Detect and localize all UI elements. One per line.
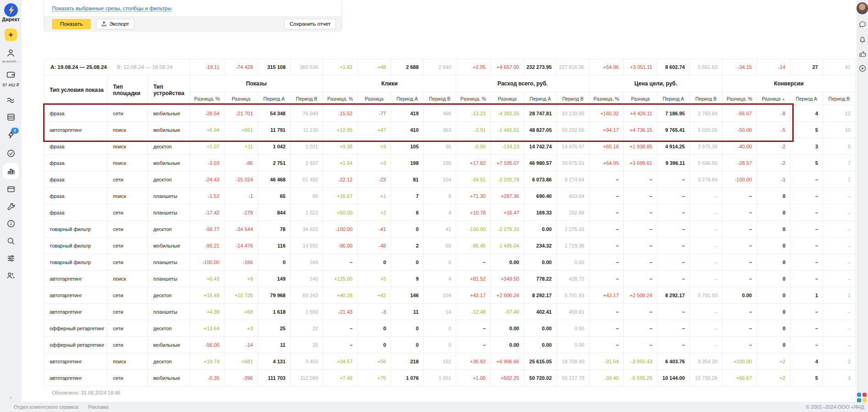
column-header[interactable]: Тип условия показа bbox=[44, 75, 107, 105]
metric-sub-header[interactable]: Период В bbox=[690, 92, 722, 105]
add-campaign-button[interactable]: + bbox=[5, 28, 17, 41]
sidebar-item-moderation[interactable] bbox=[0, 149, 22, 158]
client-service-link[interactable]: Отдел клиентского сервиса bbox=[14, 404, 78, 410]
metric-cell: 4 bbox=[790, 105, 823, 122]
table-row[interactable]: автотаргетингсетидесктоп+15.49+10 72579 … bbox=[44, 287, 856, 304]
sidebar-item-recommendations[interactable]: 3 bbox=[0, 130, 22, 139]
metric-cell: -48 bbox=[358, 237, 391, 254]
sidebar-item-info[interactable] bbox=[0, 219, 22, 228]
sidebar-item-settings[interactable] bbox=[0, 254, 22, 263]
metric-sub-header[interactable]: Период В bbox=[424, 92, 456, 105]
table-row[interactable]: фразасетипланшеты-17.42-1788441 022+50.0… bbox=[44, 204, 856, 221]
metric-cell: +6.43 bbox=[190, 271, 224, 287]
metric-sub-header[interactable]: Период А bbox=[524, 92, 557, 105]
table-row[interactable]: автотаргетингсетимобильные-0.35-396111 7… bbox=[44, 370, 856, 386]
sliders-icon bbox=[6, 254, 16, 263]
metric-sub-header[interactable]: Период А bbox=[790, 92, 823, 105]
metric-sub-header[interactable]: Разница▲ bbox=[757, 92, 790, 105]
metric-cell: 81 bbox=[391, 171, 424, 188]
yandex-services-grid-icon[interactable] bbox=[857, 393, 867, 403]
sidebar-item-campaigns[interactable] bbox=[0, 113, 22, 122]
table-row[interactable]: фразапоискдесктоп+1.07+111 0421 031+9.38… bbox=[44, 138, 856, 155]
export-button[interactable]: Экспорт bbox=[96, 19, 134, 29]
user-avatar[interactable] bbox=[857, 2, 868, 14]
metric-cell: 105 bbox=[391, 138, 424, 155]
summary-cell: -34.15 bbox=[722, 59, 757, 75]
show-button[interactable]: Показать bbox=[52, 19, 91, 29]
sidebar-item-overview[interactable] bbox=[0, 96, 22, 105]
notifications-button[interactable] bbox=[857, 35, 868, 43]
metric-sub-header[interactable]: Период В bbox=[557, 92, 589, 105]
metric-sub-header[interactable]: Разница, % bbox=[722, 92, 757, 105]
table-row[interactable]: фразапоискпланшеты-1.52-16566+16.67+176+… bbox=[44, 188, 856, 204]
metric-cell: 690.40 bbox=[524, 188, 557, 204]
metric-cell: -134.23 bbox=[491, 138, 524, 155]
save-report-button[interactable]: Сохранить отчет bbox=[284, 19, 336, 29]
metric-cell: +1 bbox=[358, 188, 391, 204]
sidebar-item-users[interactable] bbox=[0, 271, 22, 280]
metric-cell: – bbox=[589, 254, 624, 271]
metric-sub-header[interactable]: Разница bbox=[358, 92, 391, 105]
metric-cell: 0.00 bbox=[524, 320, 557, 337]
metric-sub-header[interactable]: Разница, % bbox=[456, 92, 491, 105]
table-row[interactable]: товарный фильтрсетимобильные-99.21-14 47… bbox=[44, 237, 856, 254]
metric-cell: -1 495.04 bbox=[491, 237, 524, 254]
metric-sub-header[interactable]: Период А bbox=[391, 92, 424, 105]
metric-cell: -28.57 bbox=[722, 155, 757, 171]
table-row[interactable]: автотаргетингсетипланшеты+4.39+681 6181 … bbox=[44, 304, 856, 320]
sidebar-item-statistics[interactable] bbox=[0, 167, 22, 176]
metric-cell: 0 bbox=[757, 221, 790, 237]
table-row[interactable]: фразасетидесктоп-24.43-15 02446 46861 49… bbox=[44, 171, 856, 188]
metric-sub-header[interactable]: Разница bbox=[491, 92, 524, 105]
metric-cell: 5 bbox=[790, 122, 823, 138]
metric-cell: -2 bbox=[757, 155, 790, 171]
metric-cell: +10 725 bbox=[224, 287, 258, 304]
metric-sub-header[interactable]: Период В bbox=[823, 92, 856, 105]
recommendations-badge: 3 bbox=[11, 128, 19, 134]
metric-cell: 6 403.76 bbox=[657, 353, 690, 370]
ads-link[interactable]: Реклама bbox=[88, 404, 108, 410]
column-header[interactable]: Тип устройства bbox=[148, 75, 190, 105]
table-row[interactable]: офферный ретаргетингсетимобильные-56.00-… bbox=[44, 337, 856, 353]
table-row[interactable]: автотаргетингпоискпланшеты+6.43+9149140+… bbox=[44, 271, 856, 287]
metric-sub-header[interactable]: Период А bbox=[657, 92, 690, 105]
metric-cell: – bbox=[657, 237, 690, 254]
video-help-button[interactable] bbox=[857, 64, 868, 73]
metric-sub-header[interactable]: Период В bbox=[291, 92, 323, 105]
metric-cell: – bbox=[456, 320, 491, 337]
sidebar-item-account[interactable] bbox=[0, 48, 22, 58]
metric-cell: 0.00 bbox=[557, 320, 589, 337]
dimension-cell: сети bbox=[107, 287, 148, 304]
metric-sub-header[interactable]: Разница bbox=[224, 92, 258, 105]
column-header[interactable]: Тип площадки bbox=[107, 75, 148, 105]
dimension-cell: планшеты bbox=[148, 204, 190, 221]
table-row[interactable]: товарный фильтрсетипланшеты-100.00-16601… bbox=[44, 254, 856, 271]
table-row[interactable]: товарный фильтрсетидесктоп-99.77-34 5447… bbox=[44, 221, 856, 237]
show-slices-link[interactable]: Показать выбранные срезы, столбцы и филь… bbox=[52, 6, 171, 11]
sidebar-item-search[interactable] bbox=[0, 237, 22, 246]
sidebar-item-library[interactable] bbox=[0, 185, 22, 194]
table-row[interactable]: офферный ретаргетингсетидесктоп+13.64+32… bbox=[44, 320, 856, 337]
metric-sub-header[interactable]: Разница, % bbox=[190, 92, 224, 105]
metric-cell: – bbox=[722, 221, 757, 237]
report-table: A: 19.08.24 — 25.08.24B: 12.08.24 — 18.0… bbox=[44, 59, 856, 386]
feedback-button[interactable] bbox=[857, 50, 868, 58]
metric-cell: -166 bbox=[224, 254, 258, 271]
sidebar-item-tools[interactable] bbox=[0, 202, 22, 211]
metric-cell: +56 bbox=[358, 353, 391, 370]
metric-sub-header[interactable]: Разница bbox=[624, 92, 657, 105]
metric-cell: 496 bbox=[424, 105, 456, 122]
metric-sub-header[interactable]: Разница, % bbox=[589, 92, 624, 105]
table-row[interactable]: автотаргетингпоискдесктоп+19.74+6814 131… bbox=[44, 353, 856, 370]
sidebar-item-wallet[interactable] bbox=[0, 70, 22, 79]
metric-sub-header[interactable]: Разница, % bbox=[323, 92, 358, 105]
dimension-cell: сети bbox=[107, 254, 148, 271]
table-row[interactable]: фразапоискмобильные-3.03-862 7512 837+1.… bbox=[44, 155, 856, 171]
direct-logo[interactable] bbox=[0, 3, 22, 17]
table-row[interactable]: автотаргетингпоискмобильные+5.94+66111 7… bbox=[44, 122, 856, 138]
sidebar-expand-chevron[interactable]: › bbox=[0, 394, 22, 401]
chat-button[interactable] bbox=[857, 20, 868, 28]
table-row[interactable]: фразасетимобильные-28.54-21 70154 34876 … bbox=[44, 105, 856, 122]
metric-cell: – bbox=[589, 337, 624, 353]
metric-sub-header[interactable]: Период А bbox=[258, 92, 291, 105]
